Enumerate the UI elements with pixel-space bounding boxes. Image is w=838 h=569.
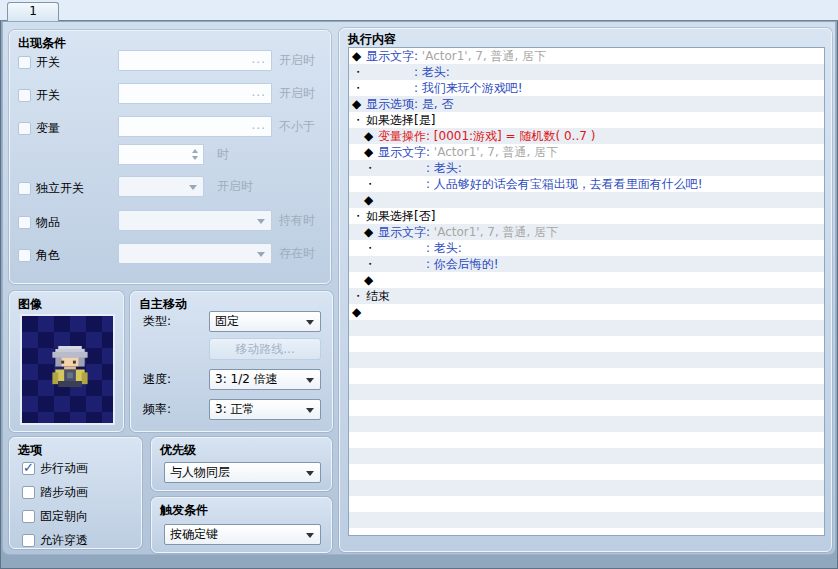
item-checkbox-box[interactable] (18, 216, 31, 229)
self-switch-checkbox-box[interactable] (18, 182, 31, 195)
actor-dropdown[interactable] (118, 243, 272, 264)
command-row[interactable]: ・结束 (349, 288, 824, 304)
empty-command-row[interactable] (349, 336, 824, 352)
empty-command-row[interactable] (349, 464, 824, 480)
move-route-button-label: 移动路线... (235, 342, 294, 356)
move-freq-label: 频率: (143, 399, 171, 420)
command-row[interactable]: ◆ (349, 272, 824, 288)
trigger-dropdown[interactable]: 按确定键 (164, 524, 321, 545)
panel-graphic: 图像 (9, 291, 124, 432)
command-row[interactable]: ・: 我们来玩个游戏吧! (349, 80, 824, 96)
empty-command-row[interactable] (349, 352, 824, 368)
empty-command-row[interactable] (349, 496, 824, 512)
move-route-button[interactable]: 移动路线... (209, 338, 321, 360)
switch1-field[interactable]: ... (118, 50, 272, 71)
through-checkbox[interactable] (22, 534, 35, 547)
move-type-dropdown[interactable]: 固定 (209, 311, 321, 332)
priority-value: 与人物同层 (170, 465, 230, 479)
self-switch-checkbox[interactable]: 独立开关 (18, 180, 84, 197)
command-row[interactable]: ◆显示选项: 是, 否 (349, 96, 824, 112)
item-dropdown[interactable] (118, 210, 272, 231)
switch2-suffix: 开启时 (279, 83, 315, 104)
command-row[interactable]: ・如果选择[否] (349, 208, 824, 224)
command-text: 显示选项: 是, 否 (366, 97, 454, 111)
actor-checkbox[interactable]: 角色 (18, 247, 60, 264)
fixed-direction-checkbox[interactable] (22, 510, 35, 523)
empty-command-row[interactable] (349, 448, 824, 464)
item-checkbox[interactable]: 物品 (18, 214, 60, 231)
empty-command-row[interactable] (349, 480, 824, 496)
switch1-checkbox-box[interactable] (18, 56, 31, 69)
command-row[interactable]: ・如果选择[是] (349, 112, 824, 128)
command-row[interactable]: ・: 老头: (349, 64, 824, 80)
command-row[interactable]: ◆显示文字: 'Actor1', 7, 普通, 居下 (349, 224, 824, 240)
empty-command-row[interactable] (349, 512, 824, 528)
variable-value-spinner[interactable] (118, 144, 204, 165)
command-row[interactable]: ・: 你会后悔的! (349, 256, 824, 272)
panel-priority: 优先级 与人物同层 (151, 437, 332, 491)
command-row[interactable]: ・: 老头: (349, 160, 824, 176)
panel-options: 选项 步行动画 踏步动画 固定朝向 允许穿透 (9, 437, 142, 549)
command-dot-icon: ・ (364, 160, 378, 176)
option-walking-anim[interactable]: 步行动画 (22, 460, 88, 477)
switch2-checkbox-box[interactable] (18, 89, 31, 102)
option-fixed-direction[interactable]: 固定朝向 (22, 508, 88, 525)
panel-appear-conditions: 出现条件 开关 ... 开启时 开关 ... 开启时 变量 ... (9, 30, 331, 284)
command-row[interactable]: ◆显示文字: 'Actor1', 7, 普通, 居下 (349, 48, 824, 64)
tab-page-1[interactable]: 1 (7, 2, 59, 21)
command-text: : 老头: (426, 161, 462, 175)
command-row[interactable]: ・: 老头: (349, 240, 824, 256)
empty-command-row[interactable] (349, 416, 824, 432)
switch2-browse-icon[interactable]: ... (252, 85, 266, 99)
move-speed-dropdown[interactable]: 3: 1/2 倍速 (209, 369, 321, 390)
move-freq-dropdown[interactable]: 3: 正常 (209, 399, 321, 420)
dropdown-arrow-icon (306, 378, 314, 383)
command-row[interactable]: ◆ (349, 304, 824, 320)
appear-conditions-title: 出现条件 (18, 35, 66, 52)
command-diamond-icon: ◆ (364, 272, 378, 288)
item-suffix: 持有时 (279, 210, 315, 231)
empty-command-row[interactable] (349, 384, 824, 400)
move-speed-label: 速度: (143, 369, 171, 390)
empty-command-row[interactable] (349, 528, 824, 536)
variable-checkbox-box[interactable] (18, 122, 31, 135)
panel-autonomous-movement: 自主移动 类型: 固定 移动路线... 速度: 3: 1/2 倍速 频率: 3:… (130, 291, 333, 432)
priority-title: 优先级 (160, 442, 196, 459)
character-sprite (49, 346, 91, 390)
spinner-up-icon[interactable] (192, 149, 198, 153)
switch2-checkbox[interactable]: 开关 (18, 87, 60, 104)
move-speed-value: 3: 1/2 倍速 (215, 372, 278, 386)
command-row[interactable]: ・: 人品够好的话会有宝箱出现，去看看里面有什么吧! (349, 176, 824, 192)
command-row[interactable]: ◆变量操作: [0001:游戏] = 随机数( 0..7 ) (349, 128, 824, 144)
command-row[interactable]: ◆显示文字: 'Actor1', 7, 普通, 居下 (349, 144, 824, 160)
graphic-title: 图像 (18, 296, 42, 313)
walking-anim-checkbox[interactable] (22, 462, 35, 475)
switch1-browse-icon[interactable]: ... (252, 52, 266, 66)
actor-checkbox-box[interactable] (18, 249, 31, 262)
option-stepping-anim[interactable]: 踏步动画 (22, 484, 88, 501)
option-through[interactable]: 允许穿透 (22, 532, 88, 549)
command-text: 如果选择[是] (366, 113, 435, 127)
stepping-anim-checkbox[interactable] (22, 486, 35, 499)
command-list[interactable]: ◆显示文字: 'Actor1', 7, 普通, 居下・: 老头:・: 我们来玩个… (348, 47, 825, 536)
variable-field[interactable]: ... (118, 116, 272, 137)
self-switch-dropdown[interactable] (118, 176, 204, 197)
command-row[interactable]: ◆ (349, 192, 824, 208)
fixed-direction-label: 固定朝向 (40, 508, 88, 525)
switch1-checkbox[interactable]: 开关 (18, 54, 60, 71)
command-diamond-icon: ◆ (364, 128, 378, 144)
command-diamond-icon: ◆ (364, 224, 378, 240)
empty-command-row[interactable] (349, 320, 824, 336)
dropdown-arrow-icon (257, 219, 265, 224)
spinner-down-icon[interactable] (192, 156, 198, 160)
move-type-value: 固定 (215, 314, 239, 328)
priority-dropdown[interactable]: 与人物同层 (164, 462, 321, 483)
switch2-field[interactable]: ... (118, 83, 272, 104)
character-graphic-box[interactable] (20, 314, 115, 425)
empty-command-row[interactable] (349, 432, 824, 448)
empty-command-row[interactable] (349, 368, 824, 384)
page-tab-strip: 1 (0, 0, 838, 21)
variable-browse-icon[interactable]: ... (252, 118, 266, 132)
variable-checkbox[interactable]: 变量 (18, 120, 60, 137)
empty-command-row[interactable] (349, 400, 824, 416)
